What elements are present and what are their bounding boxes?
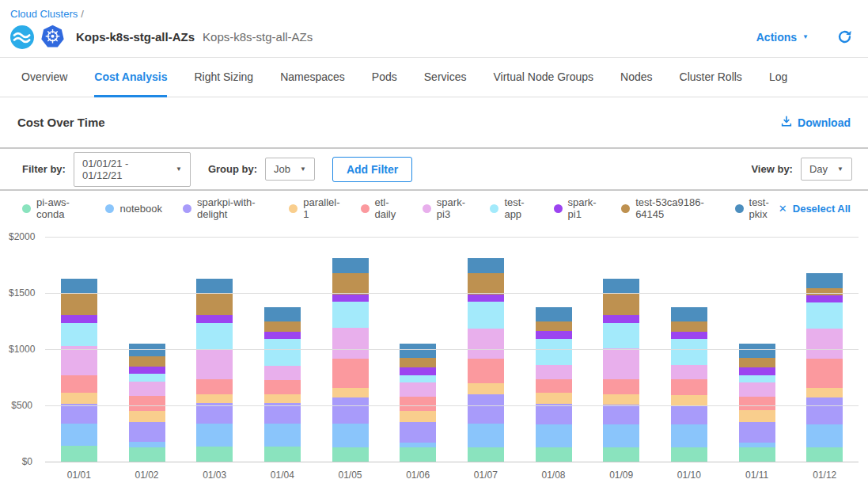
bar-segment-test-pkix[interactable] xyxy=(536,307,572,321)
bar-segment-sparkpi-with-delight[interactable] xyxy=(196,403,233,424)
bar-segment-sparkpi-with-delight[interactable] xyxy=(332,397,369,424)
bar-segment-test-app[interactable] xyxy=(739,375,775,382)
bar-segment-etl-daily[interactable] xyxy=(332,359,369,388)
bar-segment-test-53ca9186-64145[interactable] xyxy=(739,358,775,368)
bar-segment-pi-aws-conda[interactable] xyxy=(400,447,436,462)
bar-segment-parallel-1[interactable] xyxy=(61,393,97,403)
bar-segment-test-pkix[interactable] xyxy=(61,279,97,293)
tab-log[interactable]: Log xyxy=(769,58,787,97)
bar-segment-parallel-1[interactable] xyxy=(603,394,639,405)
bar-segment-etl-daily[interactable] xyxy=(739,397,775,411)
bar-segment-parallel-1[interactable] xyxy=(468,383,504,394)
bar-segment-spark-pi1[interactable] xyxy=(468,295,504,302)
bar-segment-sparkpi-with-delight[interactable] xyxy=(129,422,165,442)
bar-segment-notebook[interactable] xyxy=(671,424,707,447)
bar-segment-pi-aws-conda[interactable] xyxy=(332,447,369,462)
tab-cost-analysis[interactable]: Cost Analysis xyxy=(94,58,167,97)
bar-segment-test-pkix[interactable] xyxy=(806,273,843,288)
bar-segment-spark-pi1[interactable] xyxy=(196,315,233,323)
actions-button[interactable]: Actions ▼ xyxy=(756,31,809,44)
bar-segment-test-pkix[interactable] xyxy=(196,279,233,293)
bar-segment-spark-pi3[interactable] xyxy=(400,382,436,397)
bar-segment-test-app[interactable] xyxy=(671,339,707,365)
bar-segment-notebook[interactable] xyxy=(196,424,233,446)
tab-services[interactable]: Services xyxy=(424,58,467,97)
bar-segment-test-app[interactable] xyxy=(264,339,301,366)
legend-item-pi-aws-conda[interactable]: pi-aws-conda xyxy=(22,196,85,220)
bar-segment-test-53ca9186-64145[interactable] xyxy=(400,358,436,367)
bar-segment-notebook[interactable] xyxy=(264,424,301,446)
bar-segment-parallel-1[interactable] xyxy=(196,394,233,403)
bar-segment-notebook[interactable] xyxy=(468,424,504,447)
tab-pods[interactable]: Pods xyxy=(372,58,397,97)
bar-segment-test-pkix[interactable] xyxy=(332,258,369,272)
bar-segment-spark-pi1[interactable] xyxy=(400,367,436,375)
bar-segment-parallel-1[interactable] xyxy=(671,395,707,405)
bar-segment-sparkpi-with-delight[interactable] xyxy=(739,422,775,443)
bar-segment-pi-aws-conda[interactable] xyxy=(61,446,97,462)
view-by-select[interactable]: Day ▼ xyxy=(801,158,852,181)
bar-segment-sparkpi-with-delight[interactable] xyxy=(61,404,97,424)
bar-segment-pi-aws-conda[interactable] xyxy=(196,447,233,462)
bar-segment-etl-daily[interactable] xyxy=(61,375,97,394)
bar-segment-test-app[interactable] xyxy=(603,323,639,348)
bar-segment-test-app[interactable] xyxy=(806,302,843,329)
bar-segment-parallel-1[interactable] xyxy=(536,393,572,403)
tab-cluster-rolls[interactable]: Cluster Rolls xyxy=(680,58,742,97)
bar-segment-parallel-1[interactable] xyxy=(264,394,301,403)
bar-segment-notebook[interactable] xyxy=(536,424,572,447)
bar-segment-parallel-1[interactable] xyxy=(332,388,369,397)
bar-segment-spark-pi3[interactable] xyxy=(603,348,639,378)
bar-segment-etl-daily[interactable] xyxy=(400,397,436,411)
bar-segment-pi-aws-conda[interactable] xyxy=(129,447,165,462)
bar-segment-test-53ca9186-64145[interactable] xyxy=(332,273,369,295)
tab-right-sizing[interactable]: Right Sizing xyxy=(194,58,253,97)
bar-segment-test-app[interactable] xyxy=(196,323,233,350)
bar-segment-spark-pi1[interactable] xyxy=(536,331,572,339)
bar-segment-spark-pi1[interactable] xyxy=(61,315,97,323)
tab-nodes[interactable]: Nodes xyxy=(620,58,652,97)
bar-segment-sparkpi-with-delight[interactable] xyxy=(400,422,436,443)
deselect-all-button[interactable]: ✕ Deselect All xyxy=(779,203,851,215)
bar-segment-spark-pi3[interactable] xyxy=(671,365,707,379)
refresh-icon[interactable] xyxy=(837,29,852,44)
bar-segment-pi-aws-conda[interactable] xyxy=(671,447,707,462)
group-by-select[interactable]: Job ▼ xyxy=(265,158,315,181)
bar-segment-test-pkix[interactable] xyxy=(400,344,436,358)
bar-segment-spark-pi1[interactable] xyxy=(332,295,369,302)
bar-segment-spark-pi3[interactable] xyxy=(129,382,165,396)
bar-segment-spark-pi1[interactable] xyxy=(129,367,165,374)
bar-segment-parallel-1[interactable] xyxy=(739,410,775,422)
bar-segment-sparkpi-with-delight[interactable] xyxy=(806,397,843,424)
breadcrumb-link-cloud-clusters[interactable]: Cloud Clusters xyxy=(10,8,78,20)
bar-segment-test-app[interactable] xyxy=(61,323,97,346)
bar-segment-sparkpi-with-delight[interactable] xyxy=(671,405,707,424)
bar-segment-notebook[interactable] xyxy=(332,424,369,447)
bar-segment-pi-aws-conda[interactable] xyxy=(739,447,775,462)
download-button[interactable]: Download xyxy=(780,115,851,130)
bar-segment-etl-daily[interactable] xyxy=(468,359,504,383)
legend-item-parallel-1[interactable]: parallel-1 xyxy=(289,196,339,220)
bar-segment-pi-aws-conda[interactable] xyxy=(806,447,843,462)
bar-segment-parallel-1[interactable] xyxy=(129,411,165,422)
bar-segment-test-pkix[interactable] xyxy=(739,344,775,358)
bar-segment-test-app[interactable] xyxy=(129,374,165,382)
bar-segment-spark-pi3[interactable] xyxy=(196,350,233,380)
bar-segment-etl-daily[interactable] xyxy=(671,379,707,394)
bar-segment-test-pkix[interactable] xyxy=(468,258,504,272)
bar-segment-test-53ca9186-64145[interactable] xyxy=(603,294,639,315)
bar-segment-pi-aws-conda[interactable] xyxy=(468,447,504,462)
bar-segment-spark-pi1[interactable] xyxy=(739,367,775,375)
legend-item-etl-daily[interactable]: etl-daily xyxy=(361,196,402,220)
bar-segment-etl-daily[interactable] xyxy=(129,396,165,411)
bar-segment-spark-pi1[interactable] xyxy=(264,332,301,339)
legend-item-sparkpi-with-delight[interactable]: sparkpi-with-delight xyxy=(183,196,268,220)
bar-segment-test-app[interactable] xyxy=(468,302,504,328)
bar-segment-spark-pi3[interactable] xyxy=(264,366,301,380)
bar-segment-spark-pi3[interactable] xyxy=(332,328,369,359)
bar-segment-sparkpi-with-delight[interactable] xyxy=(468,394,504,424)
bar-segment-test-53ca9186-64145[interactable] xyxy=(264,321,301,332)
bar-segment-test-53ca9186-64145[interactable] xyxy=(806,288,843,295)
bar-segment-test-53ca9186-64145[interactable] xyxy=(536,321,572,330)
bar-segment-etl-daily[interactable] xyxy=(264,380,301,394)
